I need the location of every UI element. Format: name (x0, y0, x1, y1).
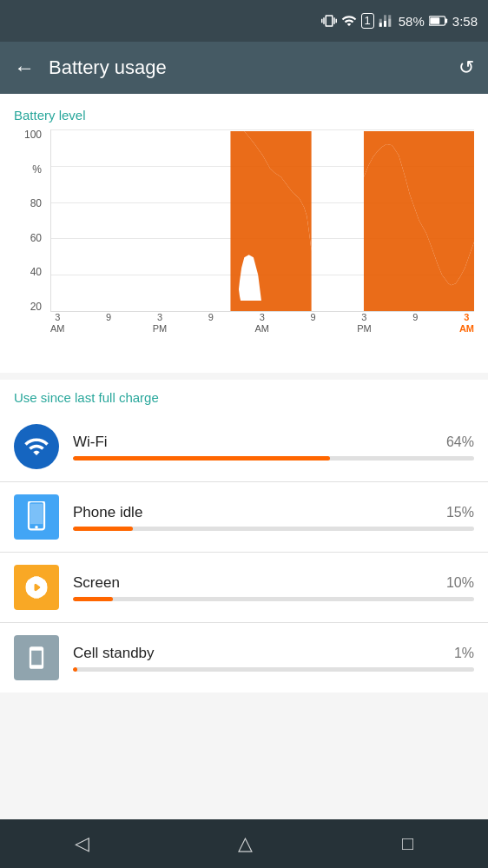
refresh-button[interactable]: ↺ (458, 56, 474, 79)
wifi-progress-bg (73, 456, 474, 461)
y-label-80: 80 (30, 198, 42, 209)
phone-idle-progress-fill (73, 527, 133, 531)
chart-container: 100 % 80 60 40 20 (0, 129, 488, 373)
x-label-3am-1: 3AM (50, 312, 65, 335)
wifi-info: Wi-Fi 64% (73, 434, 474, 461)
x-label-9-4: 9 (412, 312, 418, 323)
nav-back-button[interactable]: ◁ (75, 832, 89, 855)
cell-standby-progress-bg (73, 667, 474, 672)
vibrate-icon (321, 13, 337, 29)
app-bar: ← Battery usage ↺ (0, 42, 488, 94)
screen-label: Screen (73, 574, 120, 592)
usage-item-screen[interactable]: Screen 10% (0, 553, 488, 623)
screen-row: Screen 10% (73, 574, 474, 592)
wifi-label: Wi-Fi (73, 434, 108, 451)
x-label-9-2: 9 (208, 312, 214, 323)
status-bar: 1 58% 3:58 (0, 0, 488, 42)
x-label-3am-2: 3AM (254, 312, 269, 335)
wifi-row: Wi-Fi 64% (73, 434, 474, 451)
x-label-9-1: 9 (106, 312, 111, 323)
screen-icon-container (14, 565, 59, 610)
cell-icon-container (14, 635, 59, 680)
y-label-100: 100 (24, 129, 42, 140)
phone-idle-progress-bg (73, 527, 474, 531)
nav-recents-button[interactable]: □ (402, 832, 413, 855)
phone-idle-pct: 15% (446, 505, 474, 520)
cell-standby-info: Cell standby 1% (73, 645, 474, 672)
y-label-60: 60 (30, 233, 42, 243)
screen-info: Screen 10% (73, 574, 474, 601)
notification-badge: 1 (361, 13, 374, 29)
phone-icon (25, 501, 48, 533)
wifi-pct: 64% (446, 434, 474, 450)
phone-icon-container (14, 494, 59, 540)
chart-title: Battery level (0, 108, 488, 129)
y-label-40: 40 (30, 267, 42, 277)
wifi-progress-fill (73, 456, 330, 461)
battery-chart-svg (51, 129, 474, 311)
page-title: Battery usage (49, 56, 167, 79)
x-label-9-3: 9 (310, 312, 315, 323)
phone-idle-label: Phone idle (73, 504, 142, 521)
usage-item-cell-standby[interactable]: Cell standby 1% (0, 623, 488, 692)
x-label-3pm-1: 3PM (153, 312, 168, 335)
svg-rect-2 (430, 17, 439, 24)
screen-icon (23, 574, 49, 600)
svg-point-8 (35, 526, 38, 529)
status-time: 3:58 (452, 14, 478, 29)
chart-section: Battery level 100 % 80 60 40 20 (0, 94, 488, 373)
signal-icon (379, 13, 394, 29)
screen-pct: 10% (446, 575, 474, 591)
wifi-status-icon (341, 13, 357, 29)
screen-progress-fill (73, 597, 113, 601)
nav-home-button[interactable]: △ (238, 832, 253, 855)
battery-icon (429, 15, 448, 27)
battery-pct: 58% (399, 14, 425, 29)
svg-rect-1 (445, 18, 447, 23)
y-label-pct: % (32, 164, 42, 175)
status-icons: 1 58% 3:58 (321, 13, 478, 29)
chart-inner: 100 % 80 60 40 20 (14, 129, 474, 338)
wifi-icon-container (14, 424, 59, 469)
cell-standby-progress-fill (73, 667, 77, 672)
back-button[interactable]: ← (14, 56, 35, 80)
x-axis: 3AM 9 3PM 9 3AM 9 3PM 9 3AM (50, 312, 474, 338)
usage-item-phone-idle[interactable]: Phone idle 15% (0, 482, 488, 553)
cell-standby-pct: 1% (454, 646, 474, 661)
main-content: Battery level 100 % 80 60 40 20 (0, 94, 488, 819)
cell-standby-row: Cell standby 1% (73, 645, 474, 662)
cell-icon (24, 646, 49, 670)
usage-item-wifi[interactable]: Wi-Fi 64% (0, 412, 488, 482)
y-axis: 100 % 80 60 40 20 (14, 129, 47, 312)
chart-area (50, 129, 474, 312)
usage-list: Use since last full charge Wi-Fi 64% (0, 380, 488, 692)
phone-idle-info: Phone idle 15% (73, 504, 474, 531)
x-label-3am-current: 3AM (459, 312, 474, 335)
app-bar-left: ← Battery usage (14, 56, 167, 80)
cell-standby-label: Cell standby (73, 645, 155, 662)
wifi-icon (23, 434, 49, 460)
screen-progress-bg (73, 597, 474, 601)
use-since-title: Use since last full charge (0, 380, 488, 412)
bottom-nav: ◁ △ □ (0, 819, 488, 868)
phone-idle-row: Phone idle 15% (73, 504, 474, 521)
x-label-3pm-2: 3PM (357, 312, 372, 335)
y-label-20: 20 (30, 301, 42, 312)
svg-rect-7 (30, 504, 43, 524)
